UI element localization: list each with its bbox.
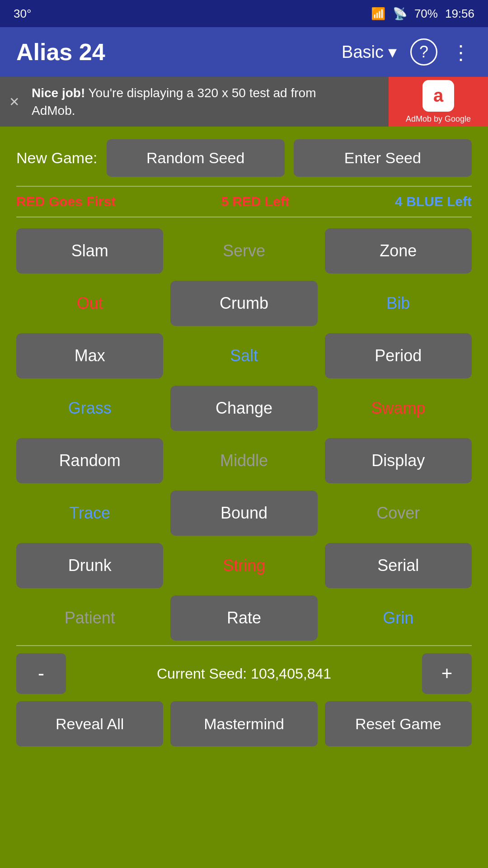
word-cell-6-2[interactable]: Serial (325, 543, 472, 588)
word-cell-4-0[interactable]: Random (16, 438, 163, 483)
word-cell-2-2[interactable]: Period (325, 333, 472, 378)
app-bar: Alias 24 Basic ▾ ? ⋮ (0, 27, 488, 77)
word-grid: SlamServeZoneOutCrumbBibMaxSaltPeriodGra… (16, 228, 472, 641)
ad-banner: ✕ Nice job! You're displaying a 320 x 50… (0, 77, 488, 127)
word-row-1: OutCrumbBib (16, 281, 472, 326)
word-cell-1-0[interactable]: Out (16, 281, 163, 326)
admob-logo-text: AdMob by Google (406, 114, 471, 124)
ad-nicejob: Nice job! (32, 86, 85, 100)
word-cell-0-2[interactable]: Zone (325, 228, 472, 274)
dropdown-chevron-icon: ▾ (388, 42, 397, 62)
word-row-6: DrunkStringSerial (16, 543, 472, 588)
enter-seed-button[interactable]: Enter Seed (294, 139, 472, 177)
word-cell-7-0[interactable]: Patient (16, 595, 163, 641)
word-row-0: SlamServeZone (16, 228, 472, 274)
ad-close-button[interactable]: ✕ (5, 90, 24, 114)
new-game-label: New Game: (16, 149, 98, 167)
word-cell-3-2[interactable]: Swamp (325, 386, 472, 431)
app-bar-right: Basic ▾ ? ⋮ (342, 38, 472, 66)
mode-label: Basic (342, 42, 384, 62)
signal-icon: 📡 (393, 7, 407, 21)
current-seed-display: Current Seed: 103,405,841 (73, 665, 415, 682)
word-cell-6-0[interactable]: Drunk (16, 543, 163, 588)
admob-logo-icon: a (422, 80, 454, 112)
new-game-row: New Game: Random Seed Enter Seed (16, 139, 472, 177)
word-row-5: TraceBoundCover (16, 491, 472, 536)
word-cell-0-1[interactable]: Serve (170, 228, 317, 274)
word-cell-5-0[interactable]: Trace (16, 491, 163, 536)
word-cell-4-2[interactable]: Display (325, 438, 472, 483)
word-cell-5-1[interactable]: Bound (170, 491, 317, 536)
help-button[interactable]: ? (410, 38, 437, 66)
status-icons: 📶 📡 70% 19:56 (371, 7, 474, 21)
app-title: Alias 24 (16, 38, 342, 66)
word-cell-0-0[interactable]: Slam (16, 228, 163, 274)
seed-row: - Current Seed: 103,405,841 + (16, 653, 472, 694)
status-bar: 30° 📶 📡 70% 19:56 (0, 0, 488, 27)
ad-text: Nice job! You're displaying a 320 x 50 t… (0, 84, 389, 119)
mastermind-button[interactable]: Mastermind (170, 701, 317, 746)
wifi-icon: 📶 (371, 7, 385, 21)
word-cell-7-2[interactable]: Grin (325, 595, 472, 641)
time-display: 19:56 (445, 7, 474, 21)
action-row: Reveal All Mastermind Reset Game (16, 701, 472, 746)
seed-minus-button[interactable]: - (16, 653, 66, 694)
help-icon: ? (419, 42, 428, 61)
word-cell-1-1[interactable]: Crumb (170, 281, 317, 326)
word-row-2: MaxSaltPeriod (16, 333, 472, 378)
battery-text: 70% (414, 7, 438, 21)
temperature: 30° (14, 7, 31, 21)
red-goes-first: RED Goes First (16, 194, 116, 209)
reset-game-button[interactable]: Reset Game (325, 701, 472, 746)
red-left-count: 5 RED Left (221, 194, 290, 209)
word-cell-5-2[interactable]: Cover (325, 491, 472, 536)
ad-logo[interactable]: a AdMob by Google (389, 77, 488, 127)
more-icon: ⋮ (451, 41, 472, 63)
seed-plus-button[interactable]: + (422, 653, 472, 694)
word-row-7: PatientRateGrin (16, 595, 472, 641)
word-row-4: RandomMiddleDisplay (16, 438, 472, 483)
more-menu-button[interactable]: ⋮ (451, 41, 472, 64)
word-cell-3-1[interactable]: Change (170, 386, 317, 431)
reveal-all-button[interactable]: Reveal All (16, 701, 163, 746)
main-content: New Game: Random Seed Enter Seed RED Goe… (0, 127, 488, 759)
game-status-row: RED Goes First 5 RED Left 4 BLUE Left (16, 186, 472, 217)
word-cell-2-1[interactable]: Salt (170, 333, 317, 378)
word-cell-6-1[interactable]: String (170, 543, 317, 588)
word-cell-7-1[interactable]: Rate (170, 595, 317, 641)
word-cell-4-1[interactable]: Middle (170, 438, 317, 483)
bottom-controls: - Current Seed: 103,405,841 + Reveal All… (16, 653, 472, 746)
random-seed-button[interactable]: Random Seed (107, 139, 285, 177)
mode-dropdown[interactable]: Basic ▾ (342, 42, 397, 62)
blue-left-count: 4 BLUE Left (395, 194, 472, 209)
word-cell-2-0[interactable]: Max (16, 333, 163, 378)
word-cell-1-2[interactable]: Bib (325, 281, 472, 326)
word-cell-3-0[interactable]: Grass (16, 386, 163, 431)
bottom-divider (16, 645, 472, 646)
word-row-3: GrassChangeSwamp (16, 386, 472, 431)
